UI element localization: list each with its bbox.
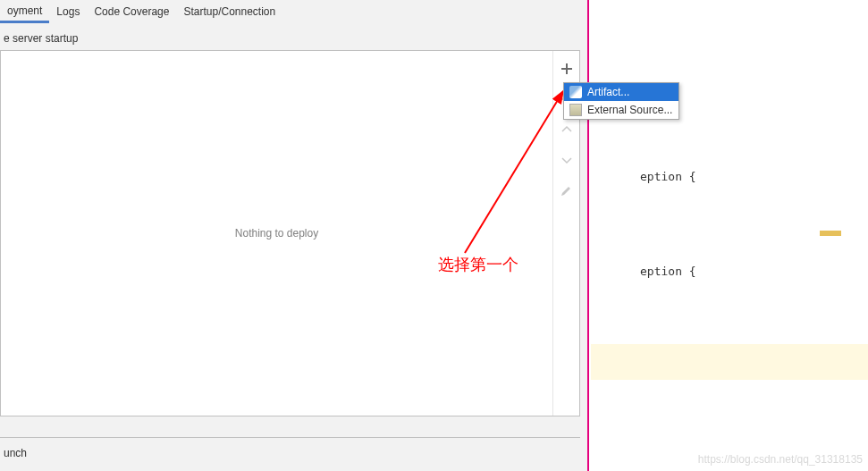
tab-deployment[interactable]: oyment bbox=[0, 1, 49, 23]
deploy-empty-text: Nothing to deploy bbox=[1, 51, 552, 416]
add-button[interactable] bbox=[558, 60, 576, 78]
config-panel: oyment Logs Code Coverage Startup/Connec… bbox=[0, 0, 589, 471]
watermark: https://blog.csdn.net/qq_31318135 bbox=[698, 453, 863, 466]
popup-item-artifact[interactable]: Artifact... bbox=[564, 83, 678, 101]
chevron-down-icon bbox=[561, 155, 572, 165]
bottom-label: unch bbox=[4, 447, 27, 459]
gutter-marker bbox=[820, 231, 841, 236]
tab-code-coverage[interactable]: Code Coverage bbox=[87, 2, 176, 23]
code-fragment-2: eption { bbox=[640, 265, 696, 278]
chevron-up-icon bbox=[561, 124, 572, 135]
edit-button[interactable] bbox=[558, 181, 576, 199]
tab-bar: oyment Logs Code Coverage Startup/Connec… bbox=[0, 0, 587, 23]
section-label: e server startup bbox=[0, 23, 587, 50]
popup-item-external[interactable]: External Source... bbox=[564, 101, 678, 119]
plus-icon bbox=[560, 63, 573, 75]
up-button[interactable] bbox=[558, 121, 576, 139]
deploy-area: Nothing to deploy bbox=[0, 50, 580, 416]
tab-logs[interactable]: Logs bbox=[49, 2, 87, 23]
popup-item-artifact-label: Artifact... bbox=[587, 86, 629, 98]
popup-item-external-label: External Source... bbox=[587, 104, 672, 116]
tab-startup-connection[interactable]: Startup/Connection bbox=[176, 2, 282, 23]
editor-area: eption { eption { bbox=[591, 0, 868, 471]
annotation-text: 选择第一个 bbox=[438, 254, 518, 275]
artifact-icon bbox=[569, 86, 582, 98]
external-source-icon bbox=[569, 104, 582, 116]
pencil-icon bbox=[560, 185, 572, 197]
bottom-section: unch bbox=[0, 437, 580, 471]
add-popup-menu: Artifact... External Source... bbox=[563, 82, 679, 120]
code-fragment-1: eption { bbox=[640, 170, 696, 183]
down-button[interactable] bbox=[558, 151, 576, 169]
highlight-band bbox=[591, 344, 868, 380]
